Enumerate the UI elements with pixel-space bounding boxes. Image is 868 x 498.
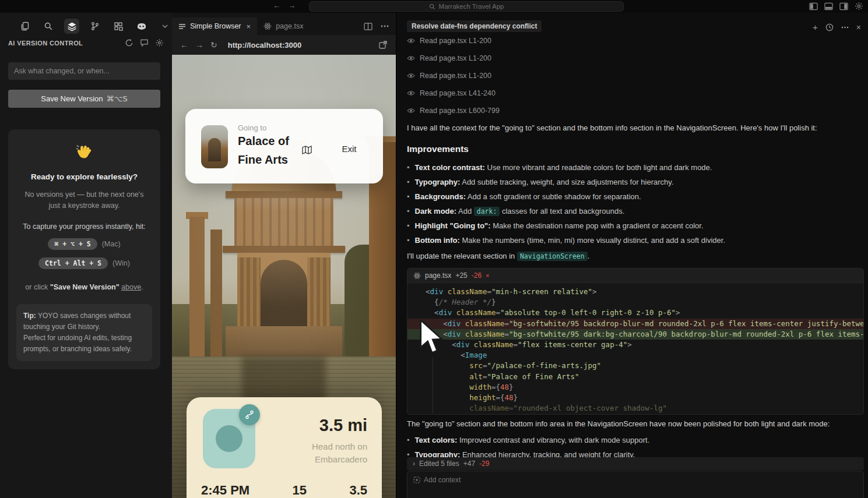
route-badge[interactable]	[239, 404, 260, 425]
stat-miles: 3.5mi	[349, 483, 367, 498]
outro-item: •Text colors: Improved contrast and vibr…	[407, 436, 862, 444]
split-editor-icon[interactable]	[364, 23, 372, 30]
more-actions-icon[interactable]	[381, 25, 389, 27]
eye-icon	[407, 55, 415, 61]
improvements-heading: Improvements	[407, 144, 469, 154]
map-icon	[302, 146, 312, 154]
capture-line: To capture your progress instantly, hit:	[16, 222, 152, 231]
search-icon	[429, 3, 435, 10]
git-branch-icon[interactable]	[87, 19, 103, 34]
destination-name-line2: Fine Arts	[238, 153, 288, 167]
open-external-icon[interactable]	[378, 40, 388, 50]
copilot-icon[interactable]	[134, 19, 149, 34]
or-click-line: or click "Save New Version" above.	[16, 283, 152, 291]
improvement-item: •Backgrounds: Add a soft gradient or sub…	[407, 192, 862, 201]
total-additions: +47	[463, 460, 475, 468]
add-context-button[interactable]: Add context	[413, 476, 858, 484]
read-item[interactable]: Read page.tsx L1-200	[407, 72, 491, 80]
eye-icon	[407, 108, 415, 114]
toggle-panel-icon[interactable]	[824, 2, 833, 10]
history-back-icon[interactable]: ←	[273, 1, 280, 10]
chat-session-title[interactable]: Resolve date-fns dependency conflict	[407, 20, 542, 32]
going-to-label: Going to	[238, 123, 266, 132]
code-file-name: page.tsx	[425, 271, 451, 280]
chat-input-box[interactable]: Add context	[407, 471, 864, 498]
save-new-version-button[interactable]: Save New Version⌘⌥S	[8, 90, 160, 108]
ask-input[interactable]	[8, 62, 160, 80]
code-diff-body[interactable]: <div className="min-h-screen relative"> …	[407, 283, 863, 415]
read-item[interactable]: Read page.tsx L1-200	[407, 54, 491, 62]
new-chat-icon[interactable]: +	[813, 22, 818, 32]
close-tab-icon[interactable]: ×	[247, 22, 251, 31]
panel-title: AI VERSION CONTROL	[8, 40, 83, 47]
edited-files-bar[interactable]: › Edited 5 files +47 -29	[407, 457, 864, 470]
minimap-thumbnail[interactable]	[203, 409, 255, 468]
chat-panel: Resolve date-fns dependency conflict + ×…	[396, 13, 868, 498]
history-forward-icon[interactable]: →	[288, 1, 296, 10]
wave-emoji	[75, 141, 94, 160]
activity-bar	[17, 19, 173, 34]
win-label: (Win)	[113, 259, 130, 267]
more-options-icon[interactable]	[841, 26, 849, 29]
window-title: Marrakech Travel App	[439, 3, 504, 10]
tip-box: Tip: YOYO saves changes without touching…	[16, 304, 152, 362]
title-bar: ← → Marrakech Travel App	[0, 0, 868, 13]
edited-files-text: Edited 5 files	[419, 460, 459, 468]
improvement-item: •Dark mode: Add dark: classes for all te…	[407, 207, 862, 216]
code-diff-header[interactable]: page.tsx +25 -26 ×	[407, 269, 863, 283]
assistant-outro-text: The "going to" section and the bottom in…	[407, 419, 865, 428]
read-item[interactable]: Read page.tsx L1-200	[407, 37, 491, 45]
assistant-intro-text: I have all the context for the "going to…	[407, 123, 865, 132]
stat-arrival: 2:45 PMarrival	[201, 483, 249, 498]
browser-address-bar: ← → ↻ http://localhost:3000	[172, 35, 396, 55]
distance-remaining: 3.5 mi	[319, 416, 367, 435]
above-link[interactable]: above	[121, 283, 141, 291]
welcome-title: Ready to explore fearlessly?	[16, 172, 152, 181]
settings-gear-icon[interactable]	[855, 2, 863, 10]
read-item[interactable]: Read page.tsx L41-240	[407, 89, 496, 97]
mouse-cursor	[419, 319, 444, 355]
browser-refresh-icon[interactable]: ↻	[210, 40, 217, 50]
browser-forward-icon[interactable]: →	[195, 40, 203, 50]
command-center-search[interactable]: Marrakech Travel App	[309, 1, 624, 12]
inline-code-chip: NavigationScreen	[517, 252, 588, 261]
deletions-count: -26	[472, 271, 482, 280]
add-context-icon	[413, 476, 420, 483]
browser-viewport: Going to Palace of Fine Arts Exit 3.5 mi…	[172, 55, 396, 498]
toggle-sidebar-right-icon[interactable]	[839, 2, 848, 10]
improvement-item: •Highlight "Going to": Make the destinat…	[407, 221, 862, 230]
exit-button[interactable]: Exit	[331, 139, 367, 158]
instruction-line2: Embarcadero	[315, 454, 367, 464]
read-item[interactable]: Read page.tsx L600-799	[407, 107, 500, 115]
toggle-sidebar-left-icon[interactable]	[809, 2, 818, 10]
minimap-area-blob	[216, 425, 243, 452]
destination-name-line1: Palace of	[238, 135, 289, 148]
sidebar-panel: AI VERSION CONTROL Save New Version⌘⌥S R…	[0, 13, 172, 498]
react-icon	[263, 22, 272, 30]
feedback-bubble-icon[interactable]	[140, 38, 149, 47]
map-button[interactable]	[297, 142, 317, 158]
gear-icon[interactable]	[155, 38, 164, 47]
close-chat-icon[interactable]: ×	[856, 23, 861, 32]
going-to-card: Going to Palace of Fine Arts Exit	[185, 109, 383, 183]
search-icon[interactable]	[41, 19, 56, 34]
history-clock-icon[interactable]	[825, 23, 834, 31]
extensions-icon[interactable]	[111, 19, 126, 34]
chevron-right-icon: ›	[413, 460, 415, 468]
tab-simple-browser[interactable]: Simple Browser ×	[172, 17, 257, 35]
update-line: I'll update the relevant section in Navi…	[407, 252, 589, 260]
dismiss-diff-icon[interactable]: ×	[486, 272, 489, 279]
route-icon	[244, 409, 255, 420]
improvement-item: •Text color contrast: Use more vibrant a…	[407, 163, 862, 172]
copy-pages-icon[interactable]	[17, 19, 33, 34]
tab-page-tsx[interactable]: page.tsx	[257, 17, 310, 35]
welcome-subtitle: No versions yet — but the next one's jus…	[20, 189, 149, 211]
trip-stats-row: 2:45 PMarrival 15min 3.5mi	[201, 483, 367, 498]
mac-shortcut-pill: ⌘ + ⌥ + S	[48, 238, 97, 250]
react-icon	[413, 272, 421, 280]
url-text[interactable]: http://localhost:3000	[228, 41, 301, 50]
refresh-icon[interactable]	[125, 38, 133, 47]
browser-back-icon[interactable]: ←	[180, 40, 188, 50]
layers-icon[interactable]	[64, 19, 79, 34]
chevron-down-icon[interactable]	[157, 19, 173, 34]
